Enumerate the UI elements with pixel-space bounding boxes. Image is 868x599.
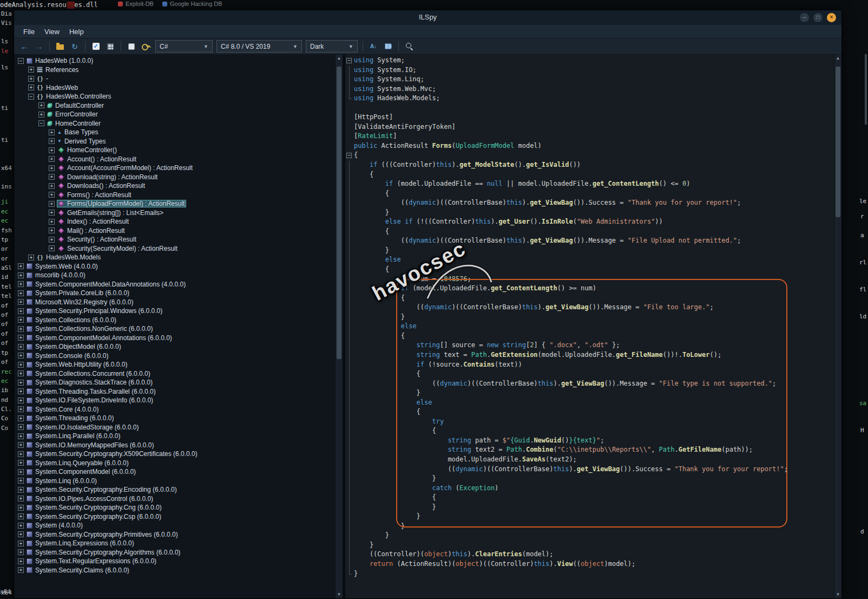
tree-item[interactable]: +System.Collections (6.0.0.0) <box>14 316 335 325</box>
expand-icon[interactable]: + <box>49 156 55 162</box>
expand-icon[interactable]: + <box>18 549 24 555</box>
forward-button[interactable]: → <box>34 40 44 53</box>
expand-icon[interactable]: + <box>18 478 24 484</box>
open-file-button[interactable] <box>55 40 65 53</box>
tree-item[interactable]: +System.ComponentModel.DataAnnotations (… <box>14 280 335 289</box>
tree-item[interactable]: +System.Core (4.0.0.0) <box>14 405 335 414</box>
expand-icon[interactable]: + <box>49 174 55 180</box>
scroll-track[interactable] <box>834 62 841 591</box>
expand-icon[interactable]: + <box>49 147 55 153</box>
docs-button[interactable] <box>383 40 393 53</box>
tree-item[interactable]: +System.Diagnostics.StackTrace (6.0.0.0) <box>14 378 335 387</box>
expand-icon[interactable]: + <box>18 370 24 376</box>
expand-icon[interactable]: + <box>18 451 24 457</box>
theme-select[interactable]: Dark ▼ <box>306 40 358 53</box>
collapse-icon[interactable]: − <box>38 120 44 126</box>
expand-icon[interactable]: + <box>49 138 55 144</box>
tree-item[interactable]: +System.Security.Cryptography.Cng (6.0.0… <box>14 503 335 512</box>
title-bar[interactable]: ILSpy –□× <box>14 10 841 25</box>
tree-item[interactable]: +DefaultController <box>14 101 335 110</box>
scroll-down-icon[interactable]: ▼ <box>336 591 343 598</box>
expand-icon[interactable]: + <box>18 398 24 403</box>
expand-icon[interactable]: + <box>18 415 24 421</box>
tree-item[interactable]: +ErrorController <box>14 110 335 119</box>
tree-item[interactable]: +System.IO.FileSystem.DriveInfo (6.0.0.0… <box>14 396 335 405</box>
tree-item[interactable]: +System.Linq (6.0.0.0) <box>14 477 335 486</box>
tree-item[interactable]: +System (4.0.0.0) <box>14 521 335 530</box>
menu-item-help[interactable]: Help <box>64 26 89 37</box>
tree-item[interactable]: +Downloads() : ActionResult <box>14 181 335 191</box>
tree-item[interactable]: +System.Collections.NonGeneric (6.0.0.0) <box>14 324 335 334</box>
expand-icon[interactable]: + <box>49 192 55 198</box>
expand-icon[interactable]: + <box>38 112 44 118</box>
sort-assemblies-button[interactable]: A↓ <box>368 40 379 53</box>
expand-icon[interactable]: + <box>18 317 24 323</box>
show-internal-api-button[interactable] <box>141 40 152 53</box>
menu-item-view[interactable]: View <box>40 26 64 37</box>
expand-icon[interactable]: + <box>18 326 24 332</box>
tree-item[interactable]: +{}- <box>14 74 335 83</box>
expand-icon[interactable]: + <box>18 513 24 519</box>
expand-icon[interactable]: + <box>18 433 24 439</box>
tree-item[interactable]: −HadesWeb (1.0.0.0) <box>14 56 335 66</box>
tree-item[interactable]: +System.Security.Cryptography.Csp (6.0.0… <box>14 512 335 522</box>
expand-icon[interactable]: + <box>18 281 24 287</box>
tree-item[interactable]: +Forms(UploadFormModel) : ActionResult <box>14 199 335 209</box>
tree-item[interactable]: +System.ObjectModel (6.0.0.0) <box>14 342 335 351</box>
tree-item[interactable]: +System.Security.Cryptography.Encoding (… <box>14 485 335 494</box>
expand-icon[interactable]: + <box>18 380 24 386</box>
tree-item[interactable]: +System.Threading.Tasks.Parallel (6.0.0.… <box>14 387 335 396</box>
language-version-select[interactable]: C# 8.0 / VS 2019 ▼ <box>216 40 302 53</box>
language-select[interactable]: C# ▼ <box>155 40 213 53</box>
expand-icon[interactable]: + <box>18 487 24 493</box>
tree-item[interactable]: +HomeController() <box>14 146 335 155</box>
expand-icon[interactable]: + <box>28 76 34 82</box>
tree-item[interactable]: +System.Threading (6.0.0.0) <box>14 414 335 423</box>
window-close-button[interactable]: × <box>827 13 836 22</box>
reload-button[interactable]: ↻ <box>69 40 80 53</box>
tree-item[interactable]: +System.Security.Claims (6.0.0.0) <box>14 566 335 575</box>
expand-icon[interactable]: + <box>49 183 55 189</box>
expand-icon[interactable]: + <box>49 245 55 251</box>
tree-item[interactable]: +System.Linq.Queryable (6.0.0.0) <box>14 459 335 468</box>
window-maximize-button[interactable]: □ <box>813 13 823 22</box>
tree-item[interactable]: +System.Security.Cryptography.Primitives… <box>14 530 335 539</box>
expand-icon[interactable]: + <box>18 299 24 305</box>
tree-item[interactable]: +System.Private.CoreLib (6.0.0.0) <box>14 289 335 298</box>
expand-icon[interactable]: + <box>28 67 34 73</box>
toggle-internal-button[interactable] <box>126 40 137 53</box>
expand-icon[interactable]: + <box>18 469 24 475</box>
expand-icon[interactable]: + <box>49 201 55 207</box>
expand-icon[interactable]: + <box>18 263 24 269</box>
tree-item[interactable]: +{}HadesWeb.Models <box>14 253 335 262</box>
tree-item[interactable]: +System.Console (6.0.0.0) <box>14 351 335 361</box>
scrollbar-thumb[interactable] <box>836 67 840 217</box>
tree-item[interactable]: +Index() : ActionResult <box>14 217 335 226</box>
expand-icon[interactable]: + <box>18 272 24 278</box>
tree-item[interactable]: +▼Derived Types <box>14 137 335 146</box>
search-button[interactable] <box>404 40 415 53</box>
tree-item[interactable]: +System.Linq.Parallel (6.0.0.0) <box>14 432 335 441</box>
scroll-track[interactable] <box>336 62 343 591</box>
tree-item[interactable]: +System.IO.MemoryMappedFiles (6.0.0.0) <box>14 441 335 450</box>
expand-icon[interactable]: + <box>18 424 24 430</box>
member-filter-button[interactable] <box>105 40 116 53</box>
scroll-up-icon[interactable]: ▲ <box>336 55 343 62</box>
expand-icon[interactable]: + <box>18 308 24 314</box>
expand-icon[interactable]: + <box>49 165 55 171</box>
expand-icon[interactable]: + <box>18 505 24 511</box>
tree-item[interactable]: +System.Linq.Expressions (6.0.0.0) <box>14 539 335 548</box>
tree-item[interactable]: +System.IO.IsolatedStorage (6.0.0.0) <box>14 423 335 432</box>
expand-icon[interactable]: + <box>18 558 24 564</box>
tree-item[interactable]: −{}HadesWeb.Controllers <box>14 92 335 101</box>
expand-icon[interactable]: + <box>18 531 24 537</box>
expand-icon[interactable]: + <box>49 219 55 225</box>
tree-item[interactable]: +System.Security.Cryptography.X509Certif… <box>14 450 335 459</box>
tree-item[interactable]: +System.Collections.Concurrent (6.0.0.0) <box>14 369 335 379</box>
tree-item[interactable]: +Security(SecurityModel) : ActionResult <box>14 244 335 253</box>
expand-icon[interactable]: + <box>28 84 34 90</box>
expand-icon[interactable]: + <box>18 290 24 296</box>
tree-item[interactable]: +Download(string) : ActionResult <box>14 173 335 182</box>
tree-item[interactable]: +References <box>14 66 335 75</box>
collapse-icon[interactable]: − <box>28 94 34 100</box>
